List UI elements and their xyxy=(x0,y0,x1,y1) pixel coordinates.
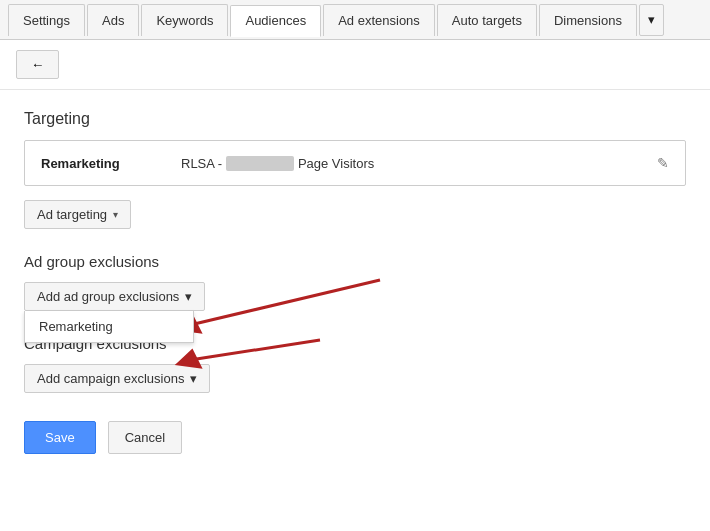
tab-keywords[interactable]: Keywords xyxy=(141,4,228,36)
back-area: ← xyxy=(0,40,710,90)
add-ad-group-exclusions-label: Add ad group exclusions xyxy=(37,289,179,304)
tab-bar: Settings Ads Keywords Audiences Ad exten… xyxy=(0,0,710,40)
remarketing-blur-text: ███████ xyxy=(226,156,294,171)
remarketing-suffix: Page Visitors xyxy=(294,156,374,171)
back-icon: ← xyxy=(31,57,44,72)
ad-targeting-label: Ad targeting xyxy=(37,207,107,222)
action-buttons: Save Cancel xyxy=(24,421,686,454)
targeting-box: Remarketing RLSA - ███████ Page Visitors… xyxy=(24,140,686,186)
tab-ad-extensions[interactable]: Ad extensions xyxy=(323,4,435,36)
remarketing-value: RLSA - ███████ Page Visitors xyxy=(181,156,649,171)
edit-icon[interactable]: ✎ xyxy=(657,155,669,171)
main-content: Targeting Remarketing RLSA - ███████ Pag… xyxy=(0,90,710,474)
targeting-section-title: Targeting xyxy=(24,110,686,128)
ad-group-exclusions-title: Ad group exclusions xyxy=(24,253,686,270)
add-ad-group-exclusions-dropdown: Add ad group exclusions ▾ Remarketing xyxy=(24,282,205,311)
add-campaign-exclusions-button[interactable]: Add campaign exclusions ▾ xyxy=(24,364,210,393)
tab-audiences[interactable]: Audiences xyxy=(230,5,321,37)
add-ad-group-exclusions-arrow-icon: ▾ xyxy=(185,289,192,304)
back-button[interactable]: ← xyxy=(16,50,59,79)
campaign-exclusions-section: Campaign exclusions Add campaign exclusi… xyxy=(24,335,686,393)
dropdown-item-remarketing[interactable]: Remarketing xyxy=(25,311,193,342)
ad-group-exclusions-section: Ad group exclusions Add ad group exclusi… xyxy=(24,253,686,311)
tab-more-button[interactable]: ▾ xyxy=(639,4,664,36)
save-button[interactable]: Save xyxy=(24,421,96,454)
tab-auto-targets[interactable]: Auto targets xyxy=(437,4,537,36)
add-campaign-exclusions-label: Add campaign exclusions xyxy=(37,371,184,386)
add-ad-group-exclusions-button[interactable]: Add ad group exclusions ▾ xyxy=(24,282,205,311)
ad-targeting-button[interactable]: Ad targeting ▾ xyxy=(24,200,131,229)
tab-ads[interactable]: Ads xyxy=(87,4,139,36)
cancel-button[interactable]: Cancel xyxy=(108,421,182,454)
tab-settings[interactable]: Settings xyxy=(8,4,85,36)
ad-targeting-arrow-icon: ▾ xyxy=(113,209,118,220)
add-campaign-exclusions-arrow-icon: ▾ xyxy=(190,371,197,386)
ad-group-exclusions-dropdown-menu: Remarketing xyxy=(24,311,194,343)
tab-dimensions[interactable]: Dimensions xyxy=(539,4,637,36)
remarketing-label: Remarketing xyxy=(41,156,181,171)
remarketing-prefix: RLSA - xyxy=(181,156,226,171)
